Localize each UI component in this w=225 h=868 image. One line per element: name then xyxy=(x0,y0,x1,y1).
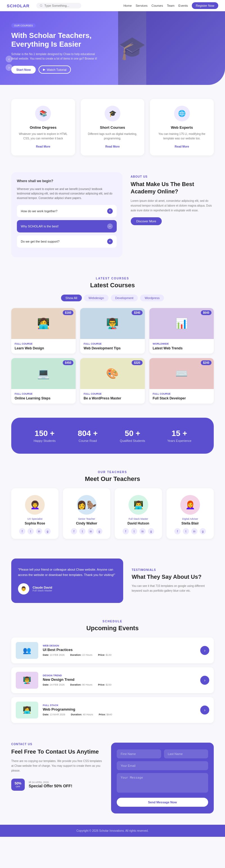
contact-form: Send Message Now xyxy=(117,749,208,807)
submit-button[interactable]: Send Message Now xyxy=(117,798,208,807)
contact-offer: 50% OFF till 24 APRIL 2026 Special Offer… xyxy=(11,779,103,791)
contact-section: CONTACT US Feel Free To Contact Us Anyti… xyxy=(0,734,225,825)
email-input[interactable] xyxy=(117,761,208,770)
event-info-0: WEB DESIGN UI Best Practices Date: 10 FE… xyxy=(43,644,196,656)
nav-courses[interactable]: Courses xyxy=(151,4,163,7)
event-info-1: DESIGN TREND New Design Trend Date: 24 F… xyxy=(43,674,196,686)
faq-question-1: Why SCHOLAR is the best! xyxy=(21,225,59,228)
event-image-0: 👥 xyxy=(16,642,38,659)
social-fb-3[interactable]: f xyxy=(174,528,180,534)
course-tab-1[interactable]: Webdesign xyxy=(84,294,109,301)
stat-item-3: 15 + Years Experience xyxy=(167,429,192,442)
feature-title-2: Web Experts xyxy=(156,125,208,130)
testimonial-avatar: 👨 xyxy=(18,583,29,594)
events-tag: SCHEDULE xyxy=(11,620,214,623)
social-g-0[interactable]: g xyxy=(45,528,51,534)
course-name-4: Be a WordPress Master xyxy=(84,396,141,400)
hero-watch-button[interactable]: ▶ Watch Tutorial xyxy=(38,65,71,74)
event-meta-0: Date: 10 FEB 2026 Duration: 22 Hours Pri… xyxy=(43,654,196,656)
course-tab-3[interactable]: Wordpress xyxy=(140,294,164,301)
testimonial-author-name: Claude David xyxy=(33,586,52,589)
message-input[interactable] xyxy=(117,773,208,793)
social-fb-2[interactable]: f xyxy=(123,528,129,534)
testimonial-author-role: Full Stack Master xyxy=(33,589,52,592)
search-bar[interactable] xyxy=(36,3,81,8)
feature-link-1[interactable]: Read More xyxy=(105,145,119,148)
courses-title: Latest Courses xyxy=(11,282,214,289)
team-avatar-0: 👩‍🦱 xyxy=(25,495,45,515)
faq-item-1[interactable]: Why SCHOLAR is the best! − xyxy=(17,220,117,232)
about-discover-button[interactable]: Discover More xyxy=(131,217,162,225)
feature-link-2[interactable]: Read More xyxy=(175,145,189,148)
play-icon: ▶ xyxy=(43,68,45,71)
social-tw-3[interactable]: t xyxy=(183,528,189,534)
course-category-1: FULL COURSE xyxy=(84,342,141,345)
testimonial-section: "Please tell your friend or colleague ab… xyxy=(0,550,225,611)
social-tw-1[interactable]: t xyxy=(79,528,85,534)
course-tab-2[interactable]: Development xyxy=(111,294,138,301)
social-in-0[interactable]: in xyxy=(36,528,42,534)
social-g-1[interactable]: g xyxy=(96,528,102,534)
event-action-2[interactable]: › xyxy=(200,706,209,715)
courses-grid: 👩‍💻 $160 FULL COURSE Learn Web Design 👨‍… xyxy=(11,308,214,404)
event-price-1: Price: $230 xyxy=(98,683,112,686)
course-card-4: 🎨 $320 FULL COURSE Be a WordPress Master xyxy=(80,358,145,404)
faq-item-2[interactable]: Do we get the best support? + xyxy=(17,235,117,248)
team-role-2: Full Stack Master xyxy=(119,518,158,520)
course-body-5: FULL COURSE Full Stack Developer xyxy=(149,389,214,404)
navbar: SCHOLAR Home Services Courses Team Event… xyxy=(0,0,225,11)
faq-item-0[interactable]: How do we work together? + xyxy=(17,205,117,217)
social-in-3[interactable]: in xyxy=(191,528,197,534)
last-name-input[interactable] xyxy=(164,749,208,758)
social-in-1[interactable]: in xyxy=(88,528,94,534)
stat-label-1: Course Road xyxy=(78,439,97,442)
event-meta-1: Date: 24 FEB 2026 Duration: 90 Hours Pri… xyxy=(43,683,196,686)
hero-title: With Scholar Teachers, Everything Is Eas… xyxy=(11,31,101,49)
course-tab-0[interactable]: Show All xyxy=(61,294,82,301)
features-section: 📚 Online Degrees Whatever you want to ex… xyxy=(0,85,225,164)
event-date-1: Date: 24 FEB 2026 xyxy=(43,683,65,686)
footer-text: Copyright © 2026 Scholar Innovations. Al… xyxy=(11,829,214,832)
logo: SCHOLAR xyxy=(7,3,30,8)
social-tw-2[interactable]: t xyxy=(131,528,137,534)
testimonial-tag: TESTIMONIALS xyxy=(132,568,214,571)
event-action-0[interactable]: › xyxy=(200,646,209,655)
nav-services[interactable]: Services xyxy=(136,4,147,7)
feature-link-0[interactable]: Read More xyxy=(36,145,50,148)
faq-question-2: Do we get the best support? xyxy=(21,240,60,243)
search-icon xyxy=(40,4,43,7)
faq-toggle-1: − xyxy=(107,223,113,229)
svg-point-0 xyxy=(40,4,42,6)
event-duration-2: Duration: 40 Hours xyxy=(71,713,93,716)
search-input[interactable] xyxy=(45,4,78,7)
social-g-2[interactable]: g xyxy=(148,528,154,534)
contact-description: There are no copying our templates. We p… xyxy=(11,758,103,773)
nav-team[interactable]: Team xyxy=(167,4,174,7)
faq-toggle-0: + xyxy=(107,208,113,214)
social-tw-0[interactable]: t xyxy=(28,528,34,534)
stat-label-0: Happy Students xyxy=(33,439,55,442)
team-role-3: Digital Adviser xyxy=(171,518,209,520)
social-fb-0[interactable]: f xyxy=(19,528,25,534)
feature-icon-2: 🌐 xyxy=(174,106,190,121)
social-g-3[interactable]: g xyxy=(200,528,206,534)
hero-start-button[interactable]: Start Now xyxy=(11,66,36,74)
event-title-0: UI Best Practices xyxy=(43,648,196,652)
team-role-1: Senior Teacher xyxy=(67,518,106,520)
event-duration-1: Duration: 90 Hours xyxy=(70,683,92,686)
nav-home[interactable]: Home xyxy=(123,4,132,7)
testimonial-card: "Please tell your friend or colleague ab… xyxy=(11,559,123,603)
course-category-4: FULL COURSE xyxy=(84,393,141,395)
register-button[interactable]: Register Now xyxy=(192,2,218,9)
event-image-1: 👨‍🏫 xyxy=(16,672,38,689)
course-image-5: ⌨️ $240 xyxy=(149,358,214,389)
nav-events[interactable]: Events xyxy=(178,4,188,7)
course-image-1: 👨‍🏫 $340 xyxy=(80,308,145,339)
social-fb-1[interactable]: f xyxy=(71,528,77,534)
first-name-input[interactable] xyxy=(117,749,161,758)
event-action-1[interactable]: › xyxy=(200,676,209,685)
about-description: Lorem ipsum dolor sit amet, consectetur … xyxy=(131,198,214,213)
event-title-1: New Design Trend xyxy=(43,677,196,682)
social-in-2[interactable]: in xyxy=(140,528,146,534)
team-avatar-1: 👩‍🦫 xyxy=(77,495,96,515)
